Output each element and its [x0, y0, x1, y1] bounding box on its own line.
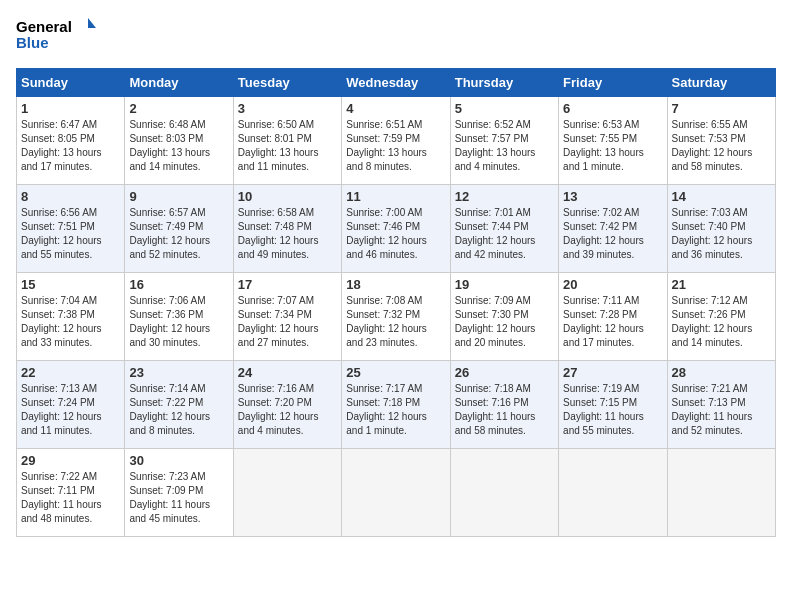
svg-marker-2 — [88, 18, 96, 28]
day-info: Sunrise: 6:57 AMSunset: 7:49 PMDaylight:… — [129, 207, 210, 260]
day-number: 10 — [238, 189, 337, 204]
logo-svg: General Blue — [16, 16, 96, 56]
day-info: Sunrise: 7:21 AMSunset: 7:13 PMDaylight:… — [672, 383, 753, 436]
calendar-cell — [559, 449, 667, 537]
calendar-cell — [667, 449, 775, 537]
day-info: Sunrise: 6:52 AMSunset: 7:57 PMDaylight:… — [455, 119, 536, 172]
day-number: 12 — [455, 189, 554, 204]
calendar-cell: 22Sunrise: 7:13 AMSunset: 7:24 PMDayligh… — [17, 361, 125, 449]
day-number: 24 — [238, 365, 337, 380]
day-number: 15 — [21, 277, 120, 292]
calendar-cell: 11Sunrise: 7:00 AMSunset: 7:46 PMDayligh… — [342, 185, 450, 273]
calendar-cell — [450, 449, 558, 537]
calendar-cell: 20Sunrise: 7:11 AMSunset: 7:28 PMDayligh… — [559, 273, 667, 361]
day-number: 14 — [672, 189, 771, 204]
day-info: Sunrise: 7:00 AMSunset: 7:46 PMDaylight:… — [346, 207, 427, 260]
day-number: 13 — [563, 189, 662, 204]
day-info: Sunrise: 7:01 AMSunset: 7:44 PMDaylight:… — [455, 207, 536, 260]
calendar-cell: 14Sunrise: 7:03 AMSunset: 7:40 PMDayligh… — [667, 185, 775, 273]
calendar-cell: 24Sunrise: 7:16 AMSunset: 7:20 PMDayligh… — [233, 361, 341, 449]
day-info: Sunrise: 6:56 AMSunset: 7:51 PMDaylight:… — [21, 207, 102, 260]
calendar-cell: 17Sunrise: 7:07 AMSunset: 7:34 PMDayligh… — [233, 273, 341, 361]
day-info: Sunrise: 7:03 AMSunset: 7:40 PMDaylight:… — [672, 207, 753, 260]
day-info: Sunrise: 7:08 AMSunset: 7:32 PMDaylight:… — [346, 295, 427, 348]
day-number: 5 — [455, 101, 554, 116]
calendar-cell: 13Sunrise: 7:02 AMSunset: 7:42 PMDayligh… — [559, 185, 667, 273]
day-number: 25 — [346, 365, 445, 380]
calendar-cell: 8Sunrise: 6:56 AMSunset: 7:51 PMDaylight… — [17, 185, 125, 273]
week-row-1: 1Sunrise: 6:47 AMSunset: 8:05 PMDaylight… — [17, 97, 776, 185]
day-info: Sunrise: 7:16 AMSunset: 7:20 PMDaylight:… — [238, 383, 319, 436]
day-info: Sunrise: 7:18 AMSunset: 7:16 PMDaylight:… — [455, 383, 536, 436]
calendar-cell: 29Sunrise: 7:22 AMSunset: 7:11 PMDayligh… — [17, 449, 125, 537]
day-number: 6 — [563, 101, 662, 116]
calendar-cell — [342, 449, 450, 537]
day-number: 18 — [346, 277, 445, 292]
day-number: 16 — [129, 277, 228, 292]
calendar-cell: 28Sunrise: 7:21 AMSunset: 7:13 PMDayligh… — [667, 361, 775, 449]
day-number: 2 — [129, 101, 228, 116]
day-number: 30 — [129, 453, 228, 468]
calendar-table: SundayMondayTuesdayWednesdayThursdayFrid… — [16, 68, 776, 537]
day-number: 22 — [21, 365, 120, 380]
day-number: 17 — [238, 277, 337, 292]
col-header-saturday: Saturday — [667, 69, 775, 97]
calendar-cell: 27Sunrise: 7:19 AMSunset: 7:15 PMDayligh… — [559, 361, 667, 449]
day-info: Sunrise: 7:09 AMSunset: 7:30 PMDaylight:… — [455, 295, 536, 348]
calendar-cell: 1Sunrise: 6:47 AMSunset: 8:05 PMDaylight… — [17, 97, 125, 185]
day-number: 26 — [455, 365, 554, 380]
calendar-cell: 16Sunrise: 7:06 AMSunset: 7:36 PMDayligh… — [125, 273, 233, 361]
day-info: Sunrise: 7:11 AMSunset: 7:28 PMDaylight:… — [563, 295, 644, 348]
day-number: 27 — [563, 365, 662, 380]
page-header: General Blue — [16, 16, 776, 56]
calendar-cell: 19Sunrise: 7:09 AMSunset: 7:30 PMDayligh… — [450, 273, 558, 361]
calendar-cell: 23Sunrise: 7:14 AMSunset: 7:22 PMDayligh… — [125, 361, 233, 449]
calendar-cell: 3Sunrise: 6:50 AMSunset: 8:01 PMDaylight… — [233, 97, 341, 185]
week-row-5: 29Sunrise: 7:22 AMSunset: 7:11 PMDayligh… — [17, 449, 776, 537]
col-header-friday: Friday — [559, 69, 667, 97]
day-number: 21 — [672, 277, 771, 292]
svg-text:Blue: Blue — [16, 34, 49, 51]
calendar-cell: 9Sunrise: 6:57 AMSunset: 7:49 PMDaylight… — [125, 185, 233, 273]
calendar-cell: 15Sunrise: 7:04 AMSunset: 7:38 PMDayligh… — [17, 273, 125, 361]
col-header-wednesday: Wednesday — [342, 69, 450, 97]
day-info: Sunrise: 7:07 AMSunset: 7:34 PMDaylight:… — [238, 295, 319, 348]
day-info: Sunrise: 6:55 AMSunset: 7:53 PMDaylight:… — [672, 119, 753, 172]
calendar-cell: 21Sunrise: 7:12 AMSunset: 7:26 PMDayligh… — [667, 273, 775, 361]
week-row-3: 15Sunrise: 7:04 AMSunset: 7:38 PMDayligh… — [17, 273, 776, 361]
day-number: 28 — [672, 365, 771, 380]
calendar-cell: 7Sunrise: 6:55 AMSunset: 7:53 PMDaylight… — [667, 97, 775, 185]
calendar-cell: 5Sunrise: 6:52 AMSunset: 7:57 PMDaylight… — [450, 97, 558, 185]
week-row-2: 8Sunrise: 6:56 AMSunset: 7:51 PMDaylight… — [17, 185, 776, 273]
day-info: Sunrise: 7:23 AMSunset: 7:09 PMDaylight:… — [129, 471, 210, 524]
day-number: 3 — [238, 101, 337, 116]
day-number: 7 — [672, 101, 771, 116]
day-info: Sunrise: 6:48 AMSunset: 8:03 PMDaylight:… — [129, 119, 210, 172]
day-number: 20 — [563, 277, 662, 292]
day-info: Sunrise: 7:06 AMSunset: 7:36 PMDaylight:… — [129, 295, 210, 348]
day-info: Sunrise: 6:50 AMSunset: 8:01 PMDaylight:… — [238, 119, 319, 172]
col-header-tuesday: Tuesday — [233, 69, 341, 97]
day-info: Sunrise: 6:58 AMSunset: 7:48 PMDaylight:… — [238, 207, 319, 260]
calendar-cell: 26Sunrise: 7:18 AMSunset: 7:16 PMDayligh… — [450, 361, 558, 449]
day-info: Sunrise: 7:12 AMSunset: 7:26 PMDaylight:… — [672, 295, 753, 348]
day-info: Sunrise: 7:19 AMSunset: 7:15 PMDaylight:… — [563, 383, 644, 436]
day-info: Sunrise: 7:04 AMSunset: 7:38 PMDaylight:… — [21, 295, 102, 348]
day-info: Sunrise: 7:13 AMSunset: 7:24 PMDaylight:… — [21, 383, 102, 436]
calendar-cell: 6Sunrise: 6:53 AMSunset: 7:55 PMDaylight… — [559, 97, 667, 185]
day-number: 29 — [21, 453, 120, 468]
calendar-cell: 18Sunrise: 7:08 AMSunset: 7:32 PMDayligh… — [342, 273, 450, 361]
day-number: 4 — [346, 101, 445, 116]
col-header-monday: Monday — [125, 69, 233, 97]
day-number: 8 — [21, 189, 120, 204]
day-number: 11 — [346, 189, 445, 204]
day-number: 23 — [129, 365, 228, 380]
day-info: Sunrise: 6:51 AMSunset: 7:59 PMDaylight:… — [346, 119, 427, 172]
col-header-thursday: Thursday — [450, 69, 558, 97]
day-info: Sunrise: 7:02 AMSunset: 7:42 PMDaylight:… — [563, 207, 644, 260]
day-info: Sunrise: 7:22 AMSunset: 7:11 PMDaylight:… — [21, 471, 102, 524]
calendar-cell: 12Sunrise: 7:01 AMSunset: 7:44 PMDayligh… — [450, 185, 558, 273]
col-header-sunday: Sunday — [17, 69, 125, 97]
calendar-cell — [233, 449, 341, 537]
day-info: Sunrise: 7:17 AMSunset: 7:18 PMDaylight:… — [346, 383, 427, 436]
